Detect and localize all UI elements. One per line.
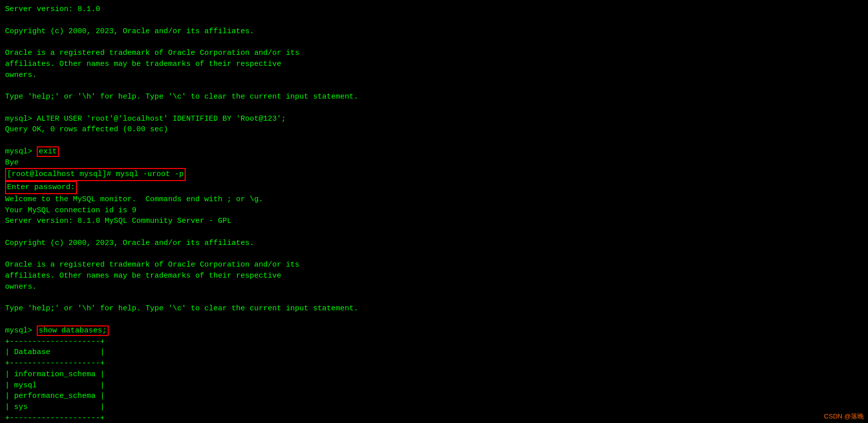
- line-table-row2: | mysql |: [5, 380, 863, 391]
- blank-line: [5, 314, 863, 325]
- login-command-highlight: [root@localhost mysql]# mysql -uroot -p: [5, 168, 186, 181]
- blank-line: [5, 37, 863, 48]
- line-oracle5: affiliates. Other names may be trademark…: [5, 271, 863, 282]
- line-enter-pwd: Enter password:: [5, 181, 863, 194]
- exit-command-highlight: exit: [37, 146, 59, 157]
- password-prompt-highlight: Enter password:: [5, 181, 77, 194]
- line-oracle6: owners.: [5, 282, 863, 293]
- line-login-cmd: [root@localhost mysql]# mysql -uroot -p: [5, 168, 863, 181]
- blank-line: [5, 80, 863, 92]
- line-table-row4: | sys |: [5, 402, 863, 413]
- line-bye: Bye: [5, 157, 863, 168]
- line-show-databases: mysql> show databases;: [5, 325, 863, 336]
- line-help2: Type 'help;' or '\h' for help. Type '\c'…: [5, 303, 863, 314]
- line-table-border2: +--------------------+: [5, 358, 863, 369]
- show-databases-highlight: show databases;: [37, 325, 109, 336]
- line-welcome: Welcome to the MySQL monitor. Commands e…: [5, 194, 863, 205]
- line-oracle4: Oracle is a registered trademark of Orac…: [5, 260, 863, 271]
- line-table-border3: +--------------------+: [5, 413, 863, 423]
- line-server-version: Server version: 8.1.0: [5, 4, 863, 15]
- line-server-version2: Server version: 8.1.0 MySQL Community Se…: [5, 216, 863, 227]
- line-help1: Type 'help;' or '\h' for help. Type '\c'…: [5, 92, 863, 103]
- line-exit: mysql> exit: [5, 146, 863, 157]
- blank-line: [5, 249, 863, 260]
- line-copyright2: Copyright (c) 2000, 2023, Oracle and/or …: [5, 238, 863, 249]
- line-connection-id: Your MySQL connection id is 9: [5, 205, 863, 216]
- line-table-header: | Database |: [5, 347, 863, 358]
- line-table-border1: +--------------------+: [5, 336, 863, 348]
- line-oracle2: affiliates. Other names may be trademark…: [5, 59, 863, 70]
- blank-line: [5, 293, 863, 304]
- line-copyright1: Copyright (c) 2000, 2023, Oracle and/or …: [5, 26, 863, 37]
- line-alter: mysql> ALTER USER 'root'@'localhost' IDE…: [5, 114, 863, 125]
- terminal-window: Server version: 8.1.0 Copyright (c) 2000…: [0, 0, 868, 423]
- line-query-ok: Query OK, 0 rows affected (0.00 sec): [5, 124, 863, 135]
- line-oracle1: Oracle is a registered trademark of Orac…: [5, 48, 863, 59]
- blank-line: [5, 227, 863, 238]
- line-oracle3: owners.: [5, 70, 863, 81]
- blank-line: [5, 103, 863, 114]
- watermark: CSDN @落晚: [824, 412, 864, 421]
- blank-line: [5, 15, 863, 26]
- line-table-row3: | performance_schema |: [5, 391, 863, 402]
- line-table-row1: | information_schema |: [5, 369, 863, 380]
- blank-line: [5, 135, 863, 146]
